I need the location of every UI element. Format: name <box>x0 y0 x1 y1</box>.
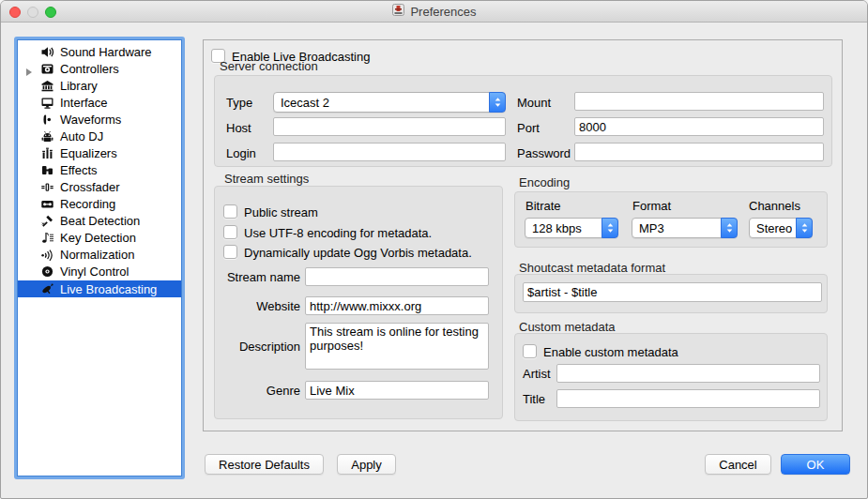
public-stream-checkbox[interactable] <box>223 204 237 219</box>
mount-label: Mount <box>517 96 551 110</box>
channels-select-value: Stereo <box>756 221 792 235</box>
format-select[interactable]: MP3 <box>632 218 738 238</box>
close-button[interactable] <box>9 7 21 18</box>
password-input[interactable] <box>574 143 824 161</box>
window-title: Preferences <box>410 5 476 19</box>
custom-metadata-title: Custom metadata <box>519 320 616 334</box>
ogg-vorbis-checkbox[interactable] <box>223 245 237 259</box>
stream-settings-title: Stream settings <box>224 172 309 186</box>
restore-defaults-button[interactable]: Restore Defaults <box>205 454 324 475</box>
artist-label: Artist <box>523 367 551 381</box>
utf8-metadata-label: Use UTF-8 encoding for metadata. <box>244 226 432 240</box>
sidebar-item-interface[interactable]: Interface <box>18 94 181 111</box>
sidebar-item-controllers[interactable]: Controllers <box>18 60 181 77</box>
type-select[interactable]: Icecast 2 <box>273 92 506 113</box>
password-label: Password <box>517 146 571 160</box>
mount-input[interactable] <box>574 92 824 111</box>
music-note-icon <box>39 231 54 245</box>
port-input[interactable] <box>574 117 824 136</box>
sidebar-item-label: Controllers <box>60 62 119 76</box>
vinyl-icon <box>39 265 54 279</box>
chevron-right-icon[interactable] <box>25 65 33 72</box>
sidebar-item-crossfader[interactable]: Crossfader <box>18 178 181 195</box>
sidebar-item-label: Library <box>60 79 98 93</box>
sidebar-item-effects[interactable]: Effects <box>18 161 181 178</box>
sidebar-item-waveforms[interactable]: Waveforms <box>18 111 181 128</box>
sidebar-item-label: Recording <box>60 197 115 211</box>
enable-custom-metadata-label: Enable custom metadata <box>543 345 678 359</box>
host-input[interactable] <box>273 117 506 136</box>
speaker-icon <box>39 45 54 59</box>
sidebar-item-sound-hardware[interactable]: Sound Hardware <box>18 43 181 60</box>
title-input[interactable] <box>556 389 820 408</box>
sidebar-item-equalizers[interactable]: Equalizers <box>18 144 181 161</box>
enable-custom-metadata-checkbox[interactable] <box>523 344 537 358</box>
satellite-dish-icon <box>39 282 54 296</box>
title-label: Title <box>523 392 545 406</box>
login-label: Login <box>226 146 256 160</box>
bitrate-select[interactable]: 128 kbps <box>525 218 618 238</box>
apply-button[interactable]: Apply <box>337 454 396 475</box>
server-connection-title: Server connection <box>220 59 318 73</box>
genre-label: Genre <box>217 384 300 398</box>
genre-input[interactable] <box>305 381 489 400</box>
sidebar-item-label: Live Broadcasting <box>60 282 157 296</box>
app-icon <box>391 3 405 20</box>
sidebar-item-label: Beat Detection <box>60 214 140 228</box>
website-input[interactable] <box>305 296 489 315</box>
updown-arrows-icon <box>721 218 738 238</box>
gavel-icon <box>39 214 54 228</box>
port-label: Port <box>517 121 540 135</box>
encoding-title: Encoding <box>519 175 570 189</box>
type-select-value: Icecast 2 <box>281 96 329 110</box>
sidebar-item-label: Key Detection <box>60 231 136 245</box>
sidebar-item-label: Auto DJ <box>60 129 103 144</box>
stream-name-label: Stream name <box>217 270 300 284</box>
updown-arrows-icon <box>602 218 618 238</box>
login-input[interactable] <box>273 143 506 161</box>
waveform-icon <box>39 113 54 127</box>
controller-icon <box>39 62 54 76</box>
description-label: Description <box>217 340 300 354</box>
type-label: Type <box>226 96 252 110</box>
channels-select[interactable]: Stereo <box>749 218 813 238</box>
updown-arrows-icon <box>489 92 506 113</box>
zoom-button[interactable] <box>45 7 56 18</box>
sidebar-item-label: Waveforms <box>60 113 121 127</box>
sound-waves-icon <box>39 248 54 262</box>
sidebar-item-library[interactable]: Library <box>18 77 181 94</box>
sidebar-item-key-detection[interactable]: Key Detection <box>18 229 181 246</box>
monitor-icon <box>39 96 54 110</box>
preferences-window: Preferences Sound Hardware Controllers L… <box>0 0 868 499</box>
sidebar-item-label: Equalizers <box>60 146 117 160</box>
public-stream-label: Public stream <box>244 205 318 219</box>
sidebar-item-label: Sound Hardware <box>60 45 152 59</box>
utf8-metadata-checkbox[interactable] <box>223 225 237 239</box>
sidebar-item-recording[interactable]: Recording <box>18 195 181 212</box>
crossfader-icon <box>39 180 54 194</box>
shoutcast-format-input[interactable] <box>523 282 822 302</box>
sidebar-item-label: Normalization <box>60 248 134 262</box>
title-bar[interactable]: Preferences <box>1 1 867 23</box>
sidebar-item-label: Interface <box>60 96 108 110</box>
stream-name-input[interactable] <box>305 267 489 286</box>
sidebar-item-label: Effects <box>60 163 98 177</box>
sidebar-item-live-broadcasting[interactable]: Live Broadcasting <box>18 280 181 297</box>
format-select-value: MP3 <box>639 221 664 235</box>
cassette-icon <box>39 197 54 211</box>
bitrate-label: Bitrate <box>525 199 561 213</box>
minimize-button[interactable] <box>27 7 38 18</box>
sidebar-item-beat-detection[interactable]: Beat Detection <box>18 212 181 229</box>
sidebar-item-auto-dj[interactable]: Auto DJ <box>18 128 181 144</box>
artist-input[interactable] <box>556 364 820 383</box>
sidebar-item-normalization[interactable]: Normalization <box>18 246 181 263</box>
sidebar-item-label: Vinyl Control <box>60 265 129 279</box>
description-input[interactable]: This stream is online for testing purpos… <box>305 323 489 370</box>
robot-icon <box>39 129 54 144</box>
ok-button[interactable]: OK <box>781 454 850 475</box>
library-icon <box>39 79 54 93</box>
sidebar-item-vinyl-control[interactable]: Vinyl Control <box>18 263 181 280</box>
host-label: Host <box>226 121 251 135</box>
website-label: Website <box>217 299 300 313</box>
cancel-button[interactable]: Cancel <box>705 454 771 475</box>
